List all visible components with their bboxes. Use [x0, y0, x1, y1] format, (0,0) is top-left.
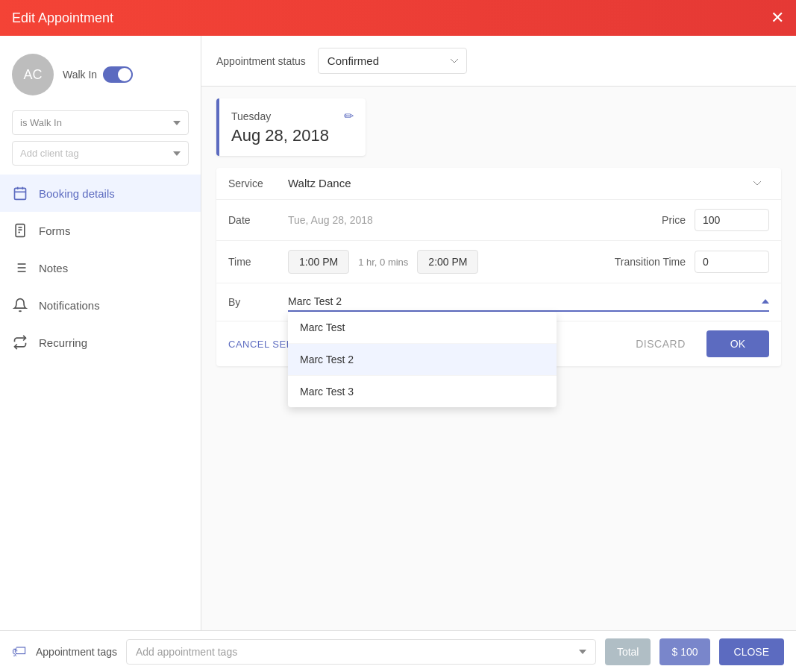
status-label: Appointment status	[216, 55, 306, 67]
tag-icon: 🏷	[12, 643, 27, 660]
sidebar-item-forms[interactable]: Forms	[0, 212, 201, 249]
refresh-icon	[12, 334, 28, 351]
service-label: Service	[228, 178, 288, 189]
date-card: Tuesday ✏ Aug 28, 2018	[216, 98, 366, 156]
walk-in-dropdown-value: is Walk In	[20, 117, 62, 128]
by-select-value: Marc Test 2	[288, 295, 342, 307]
chevron-down-icon	[173, 121, 181, 125]
date-price-row: Date Tue, Aug 28, 2018 Price	[216, 200, 781, 241]
by-option-marc-test-3[interactable]: Marc Test 3	[288, 376, 557, 407]
time-end-button[interactable]: 2:00 PM	[417, 250, 478, 274]
sidebar-item-notifications[interactable]: Notifications	[0, 286, 201, 324]
service-select[interactable]: Waltz Dance	[288, 177, 769, 189]
time-label: Time	[228, 256, 288, 268]
chevron-down-icon	[173, 151, 181, 156]
title-bar: Edit Appointment ✕	[0, 0, 796, 36]
sidebar-item-notes-label: Notes	[39, 262, 68, 274]
date-label: Date	[228, 214, 288, 226]
sidebar: AC Walk In is Walk In Add client tag Boo…	[0, 36, 201, 630]
client-section: AC Walk In	[0, 48, 201, 107]
time-row: Time 1:00 PM 1 hr, 0 mins 2:00 PM Transi…	[216, 241, 781, 283]
sidebar-item-recurring[interactable]: Recurring	[0, 324, 201, 361]
walk-in-dropdown[interactable]: is Walk In	[12, 110, 189, 135]
bottom-bar: 🏷 Appointment tags Add appointment tags …	[0, 630, 796, 672]
price-section: Price	[662, 209, 769, 231]
svg-rect-0	[15, 188, 26, 199]
client-tag-dropdown[interactable]: Add client tag	[12, 141, 189, 166]
time-section: 1:00 PM 1 hr, 0 mins 2:00 PM	[288, 250, 615, 274]
sidebar-item-notifications-label: Notifications	[39, 299, 100, 312]
total-amount-button[interactable]: $ 100	[659, 638, 709, 665]
appointment-tags-label: Appointment tags	[36, 646, 117, 658]
by-option-marc-test[interactable]: Marc Test	[288, 312, 557, 344]
chevron-down-icon	[579, 650, 586, 654]
walk-in-label: Walk In	[63, 69, 97, 81]
price-input[interactable]	[695, 209, 769, 231]
status-bar: Appointment status Confirmed	[201, 36, 796, 87]
dialog-title: Edit Appointment	[12, 10, 113, 26]
edit-date-icon[interactable]: ✏	[344, 109, 354, 123]
date-day: Tuesday	[231, 110, 271, 122]
ok-button[interactable]: OK	[706, 330, 769, 357]
client-tag-placeholder: Add client tag	[20, 148, 79, 159]
content-area: Appointment status Confirmed Tuesday ✏ A…	[201, 36, 796, 630]
nav-items: Booking details Forms Notes	[0, 175, 201, 361]
by-select-display[interactable]: Marc Test 2	[288, 292, 769, 312]
price-label: Price	[662, 214, 686, 226]
transition-label: Transition Time	[615, 256, 686, 268]
transition-section: Transition Time	[615, 251, 769, 273]
by-option-marc-test-2[interactable]: Marc Test 2	[288, 344, 557, 376]
time-start-button[interactable]: 1:00 PM	[288, 250, 349, 274]
list-icon	[12, 260, 28, 276]
add-tags-select[interactable]: Add appointment tags	[126, 639, 596, 665]
close-dialog-button[interactable]: ✕	[771, 10, 784, 26]
sidebar-item-booking-label: Booking details	[39, 187, 115, 200]
by-select-wrap: Marc Test 2 Marc Test Marc Test 2 Marc T…	[288, 292, 769, 312]
sidebar-item-booking[interactable]: Booking details	[0, 175, 201, 212]
chevron-up-icon	[762, 299, 769, 304]
by-dropdown-popup: Marc Test Marc Test 2 Marc Test 3	[288, 312, 557, 407]
total-button[interactable]: Total	[605, 638, 651, 665]
avatar: AC	[12, 54, 54, 95]
clipboard-icon	[12, 222, 28, 239]
sidebar-item-notes[interactable]: Notes	[0, 249, 201, 286]
discard-button[interactable]: DISCARD	[624, 330, 698, 357]
action-buttons: DISCARD OK	[624, 330, 769, 357]
main-layout: AC Walk In is Walk In Add client tag Boo…	[0, 36, 796, 630]
sidebar-item-recurring-label: Recurring	[39, 336, 87, 349]
date-card-header: Tuesday ✏	[231, 109, 354, 123]
walk-in-section: Walk In	[63, 66, 133, 83]
by-row: By Marc Test 2 Marc Test Marc Test 2 Mar…	[216, 283, 781, 321]
date-full: Aug 28, 2018	[231, 126, 354, 145]
by-label: By	[228, 296, 288, 308]
calendar-icon	[12, 185, 28, 201]
service-select-wrap: Waltz Dance	[288, 177, 769, 190]
close-button[interactable]: CLOSE	[719, 638, 784, 665]
service-form: Service Waltz Dance Date Tue, Aug 28, 20…	[216, 168, 781, 366]
status-select[interactable]: Confirmed	[318, 48, 467, 74]
walk-in-toggle[interactable]	[103, 66, 133, 83]
date-value: Tue, Aug 28, 2018	[288, 214, 662, 226]
transition-input[interactable]	[695, 251, 769, 273]
add-tags-placeholder: Add appointment tags	[136, 646, 237, 658]
sidebar-item-forms-label: Forms	[39, 224, 71, 237]
service-row: Service Waltz Dance	[216, 168, 781, 200]
time-duration: 1 hr, 0 mins	[349, 257, 417, 268]
bell-icon	[12, 297, 28, 313]
